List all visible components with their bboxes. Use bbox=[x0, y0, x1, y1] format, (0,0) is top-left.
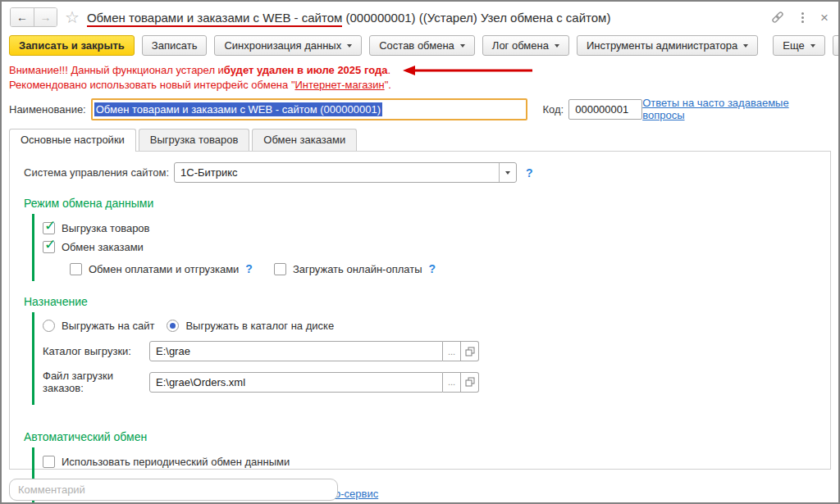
warning-rec-suffix: ". bbox=[385, 79, 391, 91]
open-window-icon bbox=[465, 347, 475, 356]
orders-file-row: Файл загрузки заказов: E:\grae\Orders.xm… bbox=[43, 370, 830, 394]
catalog-open-button[interactable] bbox=[461, 341, 479, 361]
orders-exchange-checkbox[interactable]: ✓ bbox=[43, 241, 55, 253]
warning-text-dot: . bbox=[387, 63, 390, 78]
exchange-content-button[interactable]: Состав обмена bbox=[369, 35, 475, 56]
favorite-star-icon[interactable]: ☆ bbox=[65, 9, 80, 25]
save-and-close-label: Записать и закрыть bbox=[19, 39, 125, 52]
code-label: Код: bbox=[542, 103, 564, 116]
orders-file-label: Файл загрузки заказов: bbox=[43, 370, 149, 394]
tab-label: Выгрузка товаров bbox=[150, 134, 239, 146]
code-input[interactable] bbox=[568, 99, 642, 120]
exchange-mode-group: ✓ Выгрузка товаров ✓ Обмен заказами Обме… bbox=[32, 214, 830, 281]
catalog-path-field: E:\grae ... bbox=[149, 341, 479, 361]
catalog-path-input[interactable]: E:\grae bbox=[149, 341, 443, 361]
name-input[interactable]: Обмен товарами и заказами с WEB - сайтом… bbox=[91, 98, 528, 120]
section-auto-exchange-title: Автоматический обмен bbox=[24, 430, 830, 443]
upload-to-disk-label: Выгружать в каталог на диске bbox=[185, 320, 334, 332]
warning-line1: Внимание!!! Данный функционал устарел и … bbox=[9, 63, 838, 78]
nav-buttons: ← → bbox=[10, 7, 57, 27]
orders-exchange-row: ✓ Обмен заказами bbox=[43, 241, 830, 253]
catalog-path-label: Каталог выгрузки: bbox=[43, 345, 149, 357]
warning-line2: Рекомендовано использовать новый интерфе… bbox=[9, 78, 838, 93]
name-label: Наименование: bbox=[9, 103, 86, 116]
chevron-down-icon bbox=[505, 171, 510, 175]
exchange-content-label: Состав обмена bbox=[379, 39, 454, 52]
name-input-selected-text: Обмен товарами и заказами с WEB - сайтом… bbox=[94, 102, 382, 116]
payments-options-row: Обмен оплатами и отгрузками ? Загружать … bbox=[70, 262, 830, 275]
ellipsis-icon: ... bbox=[448, 377, 455, 387]
header-right-icons: × bbox=[770, 10, 829, 25]
tab-goods-export[interactable]: Выгрузка товаров bbox=[139, 129, 250, 151]
warning-text-bold: будет удален в июле 2025 года bbox=[224, 63, 388, 78]
exchange-log-button[interactable]: Лог обмена bbox=[482, 35, 569, 56]
tab-bar: Основные настройки Выгрузка товаров Обме… bbox=[2, 121, 838, 151]
chevron-down-icon bbox=[555, 44, 559, 48]
orders-file-open-button[interactable] bbox=[461, 372, 479, 393]
payments-exchange-item: Обмен оплатами и отгрузками ? bbox=[70, 262, 253, 275]
tab-label: Обмен заказами bbox=[263, 134, 345, 146]
ellipsis-icon: ... bbox=[448, 347, 455, 356]
save-label: Записать bbox=[152, 39, 198, 52]
more-button[interactable]: Еще bbox=[773, 35, 824, 56]
save-and-close-button[interactable]: Записать и закрыть bbox=[9, 35, 135, 56]
cms-select[interactable]: 1С-Битрикс bbox=[174, 162, 517, 183]
periodic-exchange-label: Использовать периодический обмен данными bbox=[62, 456, 290, 468]
form-window: ← → ☆ Обмен товарами и заказами с WEB - … bbox=[0, 0, 840, 504]
chevron-down-icon bbox=[347, 44, 352, 48]
back-button[interactable]: ← bbox=[11, 8, 34, 26]
periodic-exchange-checkbox[interactable] bbox=[43, 456, 55, 468]
goods-export-label: Выгрузка товаров bbox=[62, 222, 150, 234]
upload-to-disk-item: Выгружать в каталог на диске bbox=[167, 320, 334, 332]
internet-shop-link[interactable]: Интернет-магазин bbox=[295, 79, 385, 91]
warning-text-normal: Внимание!!! Данный функционал устарел и bbox=[9, 63, 224, 78]
tab-general-settings[interactable]: Основные настройки bbox=[9, 129, 136, 152]
admin-tools-button[interactable]: Инструменты администратора bbox=[577, 35, 758, 56]
back-arrow-icon: ← bbox=[16, 11, 28, 24]
toolbar: Записать и закрыть Записать Синхронизаци… bbox=[2, 33, 838, 61]
orders-file-browse-button[interactable]: ... bbox=[443, 372, 461, 393]
page-title-extra: (000000001) ((Устарел) Узел обмена с сай… bbox=[346, 11, 611, 25]
warning-rec-text: Рекомендовано использовать новый интерфе… bbox=[9, 79, 295, 91]
more-label: Еще bbox=[783, 39, 804, 52]
section-exchange-mode-title: Режим обмена данными bbox=[24, 197, 830, 210]
goods-export-row: ✓ Выгрузка товаров bbox=[43, 222, 830, 234]
tab-orders-exchange[interactable]: Обмен заказами bbox=[252, 129, 357, 151]
online-payments-help-icon[interactable]: ? bbox=[429, 262, 436, 275]
catalog-browse-button[interactable]: ... bbox=[443, 341, 461, 361]
online-payments-label: Загружать онлайн-оплаты bbox=[293, 263, 422, 275]
payments-exchange-checkbox[interactable] bbox=[70, 263, 82, 275]
link-icon[interactable] bbox=[770, 10, 785, 25]
forward-arrow-icon: → bbox=[40, 11, 52, 24]
orders-file-value: E:\grae\Orders.xml bbox=[156, 376, 245, 388]
more-vertical-icon[interactable] bbox=[800, 11, 806, 25]
payments-exchange-label: Обмен оплатами и отгрузками bbox=[89, 263, 239, 275]
cms-dropdown-button[interactable] bbox=[499, 163, 516, 182]
help-button[interactable]: ? bbox=[833, 35, 840, 56]
orders-exchange-label: Обмен заказами bbox=[62, 241, 144, 253]
upload-to-site-radio[interactable] bbox=[43, 320, 55, 332]
forward-button[interactable]: → bbox=[34, 8, 57, 26]
destination-group: Выгружать на сайт Выгружать в каталог на… bbox=[32, 312, 830, 405]
close-icon[interactable]: × bbox=[820, 11, 829, 25]
section-destination-title: Назначение bbox=[24, 295, 830, 308]
destination-radio-row: Выгружать на сайт Выгружать в каталог на… bbox=[43, 320, 830, 332]
online-payments-checkbox[interactable] bbox=[274, 263, 286, 275]
data-sync-button[interactable]: Синхронизация данных bbox=[214, 35, 362, 56]
header: ← → ☆ Обмен товарами и заказами с WEB - … bbox=[2, 2, 838, 33]
payments-help-icon[interactable]: ? bbox=[245, 262, 253, 275]
catalog-path-row: Каталог выгрузки: E:\grae ... bbox=[43, 341, 830, 361]
name-row: Наименование: Обмен товарами и заказами … bbox=[2, 93, 838, 121]
comment-input[interactable] bbox=[9, 479, 338, 501]
faq-link[interactable]: Ответы на часто задаваемые вопросы bbox=[642, 97, 829, 121]
goods-export-checkbox[interactable]: ✓ bbox=[43, 222, 55, 234]
save-button[interactable]: Записать bbox=[142, 35, 208, 56]
cms-help-icon[interactable]: ? bbox=[526, 166, 533, 179]
admin-tools-label: Инструменты администратора bbox=[587, 39, 737, 52]
upload-to-site-label: Выгружать на сайт bbox=[62, 320, 154, 332]
cms-selected-value: 1С-Битрикс bbox=[175, 166, 499, 179]
orders-file-input[interactable]: E:\grae\Orders.xml bbox=[149, 372, 443, 393]
upload-to-disk-radio[interactable] bbox=[167, 320, 179, 332]
check-icon: ✓ bbox=[44, 217, 56, 234]
exchange-log-label: Лог обмена bbox=[492, 39, 549, 52]
